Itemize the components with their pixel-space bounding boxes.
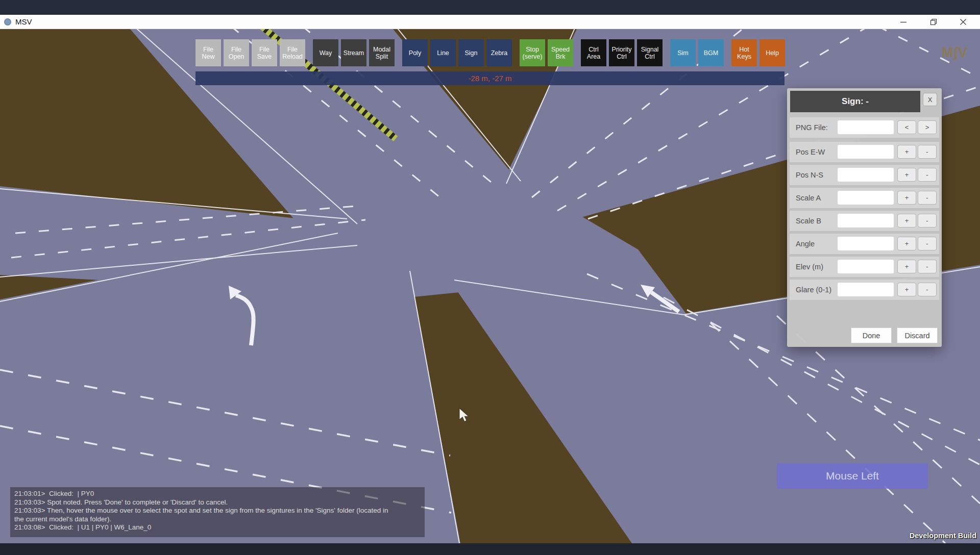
property-row: Pos N-S + - [790,165,939,185]
development-build-label: Development Build [910,532,976,540]
toolbar-button[interactable]: Speed Brk [548,39,573,66]
property-label: Scale B [796,211,821,231]
app-window: MSV File New File Open File Save [0,0,980,555]
row-step-forward-button[interactable]: > [918,120,937,134]
row-step-forward-button[interactable]: - [918,237,937,250]
log-line: 21:03:01> Clicked: | PY0 [14,490,421,498]
property-label: Glare (0-1) [796,280,831,300]
cursor-coordinates: -28 m, -27 m [468,74,511,83]
row-step-forward-button[interactable]: - [918,168,937,182]
toolbar-button[interactable]: Sim [670,39,696,66]
toolbar-button[interactable]: Zebra [486,39,512,66]
property-row: Glare (0-1) + - [790,280,939,300]
log-line: 21:03:08> Clicked: | U1 | PY0 | W6_Lane_… [14,523,421,532]
toolbar-button[interactable]: Ctrl Area [581,39,606,66]
panel-title: Sign: - [790,91,920,112]
row-step-back-button[interactable]: + [897,283,916,296]
window-titlebar: MSV [0,15,980,29]
toolbar-button[interactable]: Sign [458,39,484,66]
console-log: 21:03:01> Clicked: | PY0 21:03:03> Spot … [10,487,425,537]
toolbar-button[interactable]: Line [430,39,456,66]
minimize-button[interactable] [892,15,915,29]
toolbar-button[interactable]: Help [760,39,785,66]
property-row: Scale A + - [790,188,939,208]
property-row: PNG File: < > [790,117,939,138]
property-label: Pos E-W [796,142,825,162]
close-icon [960,18,967,26]
panel-actions: Done Discard [787,327,942,343]
property-label: Angle [796,234,815,254]
sign-properties-panel: Sign: - X PNG File: < > Pos E-W + - [787,88,942,347]
row-step-back-button[interactable]: + [897,168,916,182]
panel-rows: PNG File: < > Pos E-W + - Pos N-S + - [790,117,939,302]
restore-icon [930,18,937,26]
property-value-input[interactable] [838,120,894,134]
toolbar-button[interactable]: Hot Keys [731,39,757,66]
row-step-back-button[interactable]: + [897,145,916,159]
row-step-back-button[interactable]: + [897,214,916,228]
minimize-icon [900,18,907,26]
toolbar-button[interactable]: Poly [402,39,428,66]
log-line: 21:03:03> Then, hover the mouse over to … [14,507,421,515]
property-label: PNG File: [796,117,828,138]
toolbar-button[interactable]: BGM [698,39,724,66]
property-row: Pos E-W + - [790,142,939,162]
window-top-strip [0,0,980,15]
property-label: Elev (m) [796,257,823,277]
done-button[interactable]: Done [851,327,892,343]
property-label: Pos N-S [796,165,823,185]
log-line: 21:03:03> Spot noted. Press 'Done' to co… [14,498,421,507]
log-line: the current model's data folder). [14,515,421,524]
toolbar-button[interactable]: File Save [252,39,277,66]
toolbar-button[interactable]: File New [195,39,221,66]
toolbar-button[interactable]: Priority Ctrl [609,39,634,66]
toolbar-button[interactable]: Stream [341,39,366,66]
row-step-forward-button[interactable]: - [918,283,937,296]
toolbar-button[interactable]: Stop (serve) [520,39,545,66]
toolbar-button[interactable]: Way [313,39,338,66]
property-value-input[interactable] [838,168,894,182]
property-row: Angle + - [790,234,939,254]
property-label: Scale A [796,188,821,208]
row-step-back-button[interactable]: + [897,237,916,250]
property-value-input[interactable] [838,145,894,159]
property-row: Scale B + - [790,211,939,231]
property-row: Elev (m) + - [790,257,939,277]
app-icon [4,18,11,26]
row-step-back-button[interactable]: + [897,260,916,273]
toolbar-button[interactable]: Signal Ctrl [637,39,663,66]
window-bottom-strip [0,543,980,555]
mouse-left-hint-button[interactable]: Mouse Left [777,463,928,489]
toolbar-button[interactable]: File Open [224,39,249,66]
discard-button[interactable]: Discard [897,327,938,343]
toolbar-button[interactable]: File Reload [280,39,305,66]
row-step-forward-button[interactable]: - [918,191,937,205]
close-button[interactable] [951,15,975,29]
property-value-input[interactable] [838,237,894,250]
row-step-forward-button[interactable]: - [918,145,937,159]
row-step-back-button[interactable]: < [897,120,916,134]
property-value-input[interactable] [838,191,894,205]
row-step-forward-button[interactable]: - [918,260,937,273]
property-value-input[interactable] [838,283,894,296]
editor-toolbar: File New File Open File Save File Reload… [195,39,785,66]
row-step-back-button[interactable]: + [897,191,916,205]
window-title: MSV [15,17,32,26]
row-step-forward-button[interactable]: - [918,214,937,228]
msv-logo-watermark: M∫V [942,45,968,61]
coordinate-bar: -28 m, -27 m [195,71,785,85]
panel-close-button[interactable]: X [923,93,937,106]
toolbar-button[interactable]: Modal Split [369,39,395,66]
restore-button[interactable] [922,15,945,29]
property-value-input[interactable] [838,260,894,273]
property-value-input[interactable] [838,214,894,228]
